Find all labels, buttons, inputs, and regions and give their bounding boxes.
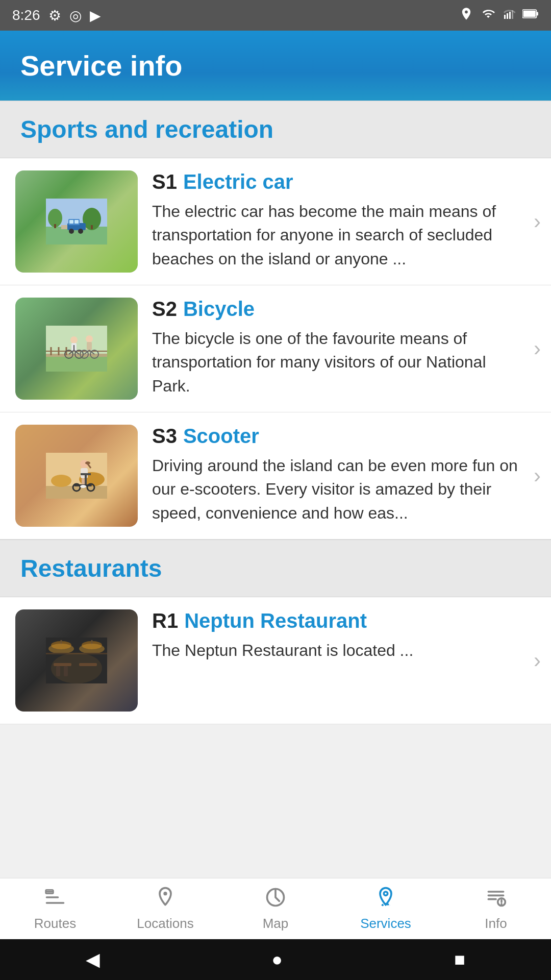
item-description-s3: Driving around the island can be even mo…	[152, 454, 523, 525]
app-header: Service info	[0, 31, 551, 101]
nav-item-map[interactable]: Map	[220, 878, 331, 939]
list-container-restaurants: R1Neptun RestaurantThe Neptun Restaurant…	[0, 597, 551, 724]
item-name-s3: Scooter	[183, 425, 259, 448]
nav-icon-info	[485, 886, 507, 912]
item-content-r1: R1Neptun RestaurantThe Neptun Restaurant…	[152, 609, 529, 712]
nav-label-info: Info	[485, 916, 507, 932]
location-icon	[459, 7, 473, 24]
item-content-s1: S1Electric carThe electric car has becom…	[152, 170, 529, 273]
item-header-s3: S3Scooter	[152, 425, 523, 448]
item-arrow-r1[interactable]: ›	[529, 609, 541, 712]
section-title-sports: Sports and recreation	[20, 116, 273, 143]
item-image-s1	[15, 170, 138, 273]
nav-item-routes[interactable]: Routes	[0, 878, 110, 939]
item-header-r1: R1Neptun Restaurant	[152, 609, 523, 632]
svg-rect-5	[536, 12, 538, 16]
section-title-restaurants: Restaurants	[20, 555, 162, 582]
svg-rect-2	[509, 12, 511, 19]
nav-label-services: Services	[360, 916, 411, 932]
svg-rect-41	[46, 486, 107, 499]
svg-rect-19	[74, 220, 79, 224]
svg-point-54	[80, 485, 86, 488]
svg-point-61	[79, 644, 105, 654]
status-bar: 8:26 ⚙ ◎ ▶	[0, 0, 551, 31]
svg-rect-18	[69, 220, 73, 224]
item-code-s3: S3	[152, 425, 177, 448]
nav-icon-locations	[154, 886, 177, 912]
item-code-s2: S2	[152, 298, 177, 321]
main-content: Sports and recreation S	[0, 101, 551, 980]
status-right	[459, 7, 539, 24]
svg-rect-3	[512, 10, 513, 19]
at-icon: ◎	[69, 7, 82, 24]
svg-rect-35	[87, 342, 92, 350]
item-arrow-s2[interactable]: ›	[529, 298, 541, 400]
svg-rect-0	[504, 15, 506, 19]
home-button[interactable]: ●	[271, 949, 283, 970]
wifi-icon	[481, 7, 496, 23]
battery-icon	[522, 7, 539, 23]
list-item-r1[interactable]: R1Neptun RestaurantThe Neptun Restaurant…	[0, 597, 551, 724]
svg-rect-11	[91, 225, 93, 229]
item-content-s2: S2BicycleThe bicycle is one of the favou…	[152, 298, 529, 400]
svg-rect-6	[523, 11, 536, 17]
list-container-sports: S1Electric carThe electric car has becom…	[0, 158, 551, 540]
svg-point-34	[86, 335, 93, 342]
item-header-s2: S2Bicycle	[152, 298, 523, 321]
svg-point-60	[48, 644, 74, 654]
svg-point-42	[51, 475, 71, 487]
status-time: 8:26	[12, 7, 40, 23]
back-button[interactable]: ◀	[86, 949, 100, 970]
item-description-s1: The electric car has become the main mea…	[152, 200, 523, 271]
android-nav: ◀ ● ■	[0, 939, 551, 980]
nav-label-locations: Locations	[137, 916, 193, 932]
item-image-placeholder-s1	[15, 170, 138, 273]
item-name-r1: Neptun Restaurant	[184, 609, 367, 632]
item-code-r1: R1	[152, 609, 178, 632]
item-header-s1: S1Electric car	[152, 170, 523, 193]
item-image-r1	[15, 609, 138, 712]
svg-point-27	[70, 336, 78, 344]
status-left: 8:26 ⚙ ◎ ▶	[12, 7, 101, 24]
nav-label-map: Map	[263, 916, 289, 932]
item-name-s1: Electric car	[183, 170, 293, 193]
item-image-s3	[15, 425, 138, 527]
svg-point-67	[51, 653, 102, 683]
item-image-s2	[15, 298, 138, 400]
list-item-s2[interactable]: S2BicycleThe bicycle is one of the favou…	[0, 285, 551, 412]
section-header-restaurants: Restaurants	[0, 540, 551, 597]
svg-rect-13	[54, 224, 56, 228]
nav-icon-services	[374, 886, 397, 912]
svg-point-69	[163, 892, 167, 895]
play-icon: ▶	[90, 7, 101, 24]
item-arrow-s1[interactable]: ›	[529, 170, 541, 273]
nav-item-info[interactable]: Info	[441, 878, 551, 939]
nav-label-routes: Routes	[34, 916, 76, 932]
item-content-s3: S3ScooterDriving around the island can b…	[152, 425, 529, 527]
item-description-r1: The Neptun Restaurant is located ...	[152, 639, 523, 662]
nav-item-locations[interactable]: Locations	[110, 878, 220, 939]
page-title: Service info	[20, 50, 182, 82]
svg-point-17	[78, 229, 83, 234]
svg-rect-1	[507, 13, 508, 19]
svg-point-71	[384, 892, 387, 895]
settings-icon: ⚙	[48, 7, 61, 24]
svg-point-16	[69, 229, 74, 234]
nav-item-services[interactable]: Services	[331, 878, 441, 939]
item-name-s2: Bicycle	[183, 298, 255, 321]
item-image-placeholder-s2	[15, 298, 138, 400]
nav-icon-routes	[44, 886, 66, 912]
bottom-nav: RoutesLocationsMapServicesInfo	[0, 878, 551, 939]
item-description-s2: The bicycle is one of the favourite mean…	[152, 327, 523, 398]
list-item-s3[interactable]: S3ScooterDriving around the island can b…	[0, 412, 551, 540]
item-code-s1: S1	[152, 170, 177, 193]
item-arrow-s3[interactable]: ›	[529, 425, 541, 527]
list-item-s1[interactable]: S1Electric carThe electric car has becom…	[0, 158, 551, 285]
nav-icon-map	[264, 886, 287, 912]
item-image-placeholder-s3	[15, 425, 138, 527]
item-image-placeholder-r1	[15, 609, 138, 712]
recent-button[interactable]: ■	[454, 949, 465, 970]
section-header-sports: Sports and recreation	[0, 101, 551, 158]
signal-icon	[503, 7, 515, 23]
